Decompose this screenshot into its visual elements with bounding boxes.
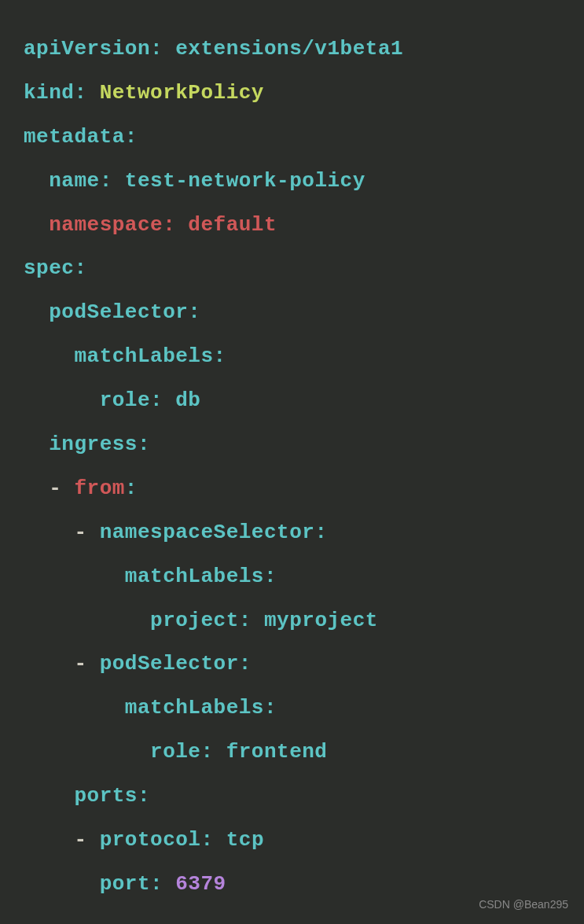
code-line-4: name: test-network-policy [24,160,560,204]
code-block: apiVersion: extensions/v1beta1 kind: Net… [24,28,560,907]
code-line-1: apiVersion: extensions/v1beta1 [24,28,560,72]
watermark: CSDN @Bean295 [479,893,568,916]
code-line-10: ingress: [24,423,560,467]
code-line-12: - namespaceSelector: [24,511,560,555]
code-line-11: - from: [24,467,560,511]
code-line-17: role: frontend [24,731,560,775]
code-line-15: - podSelector: [24,642,560,687]
code-line-13: matchLabels: [24,555,560,599]
code-line-8: matchLabels: [24,335,560,379]
code-line-9: role: db [24,379,560,423]
code-line-6: spec: [24,247,560,291]
code-line-14: project: myproject [24,599,560,643]
code-line-18: ports: [24,775,560,819]
code-line-7: podSelector: [24,291,560,335]
code-line-5: namespace: default [24,204,560,248]
code-line-16: matchLabels: [24,687,560,731]
code-line-2: kind: NetworkPolicy [24,72,560,116]
code-line-19: - protocol: tcp [24,819,560,863]
code-line-3: metadata: [24,116,560,160]
